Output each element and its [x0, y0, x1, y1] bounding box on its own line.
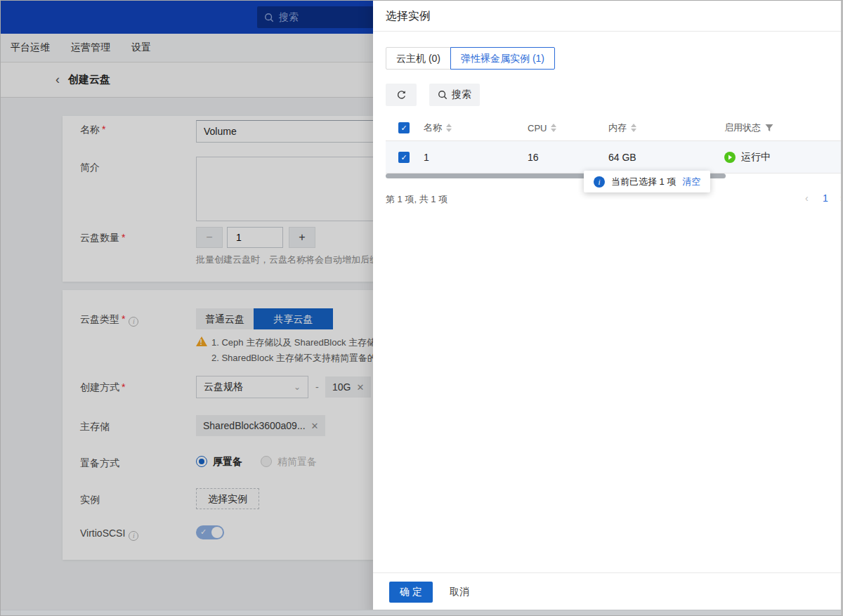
row-checkbox[interactable]: ✓	[398, 152, 410, 163]
instances-table: ✓ 名称 CPU 内存 启用状态	[386, 115, 843, 173]
refresh-button[interactable]	[386, 84, 417, 106]
filter-funnel-icon[interactable]	[765, 124, 773, 132]
pagination-summary: 第 1 项, 共 1 项	[386, 193, 447, 206]
select-all-checkbox[interactable]: ✓	[398, 122, 410, 133]
column-header-name[interactable]: 名称	[419, 122, 525, 134]
sort-icon[interactable]	[631, 124, 636, 132]
instance-type-tabs: 云主机 (0) 弹性裸金属实例 (1)	[386, 47, 555, 70]
confirm-button[interactable]: 确 定	[389, 582, 433, 603]
clear-selection-link[interactable]: 清空	[682, 176, 700, 188]
info-icon: i	[594, 176, 605, 188]
cancel-button[interactable]: 取消	[450, 586, 469, 598]
sort-icon[interactable]	[551, 124, 556, 132]
pagination-prev-icon[interactable]: ‹	[805, 192, 809, 204]
drawer-header: 选择实例	[373, 1, 843, 32]
table-header-row: ✓ 名称 CPU 内存 启用状态	[386, 115, 843, 141]
column-header-memory[interactable]: 内存	[606, 122, 721, 134]
cell-state: 运行中	[721, 151, 843, 164]
status-badge: 运行中	[741, 151, 771, 164]
pagination-next-icon[interactable]: ›	[840, 192, 843, 204]
selection-tooltip: i 当前已选择 1 项 清空	[584, 171, 710, 192]
cell-cpu: 16	[525, 152, 606, 163]
select-instance-drawer: 选择实例 云主机 (0) 弹性裸金属实例 (1) 搜索 ✓ 名称	[373, 1, 843, 616]
app-window: 搜索 平台运维 运营管理 设置 ‹ 创建云盘 名称* 简介 云盘数量* − + …	[0, 0, 843, 616]
pagination-page-1[interactable]: 1	[823, 192, 828, 204]
running-status-icon	[724, 152, 736, 163]
window-bottom-scrollbar[interactable]	[1, 610, 843, 615]
search-button-label: 搜索	[452, 89, 471, 101]
refresh-icon	[396, 90, 407, 100]
table-search-button[interactable]: 搜索	[429, 84, 480, 106]
cell-memory: 64 GB	[606, 152, 721, 163]
tab-vm-instances[interactable]: 云主机 (0)	[386, 47, 451, 70]
table-row[interactable]: ✓ 1 16 64 GB 运行中	[386, 141, 843, 173]
selection-count-text: 当前已选择 1 项	[611, 176, 676, 188]
column-header-state[interactable]: 启用状态	[721, 122, 843, 134]
cell-name: 1	[419, 152, 525, 163]
tab-baremetal-instances[interactable]: 弹性裸金属实例 (1)	[450, 47, 555, 70]
drawer-footer: 确 定 取消	[373, 572, 843, 611]
column-header-cpu[interactable]: CPU	[525, 123, 606, 133]
sort-icon[interactable]	[446, 124, 452, 132]
drawer-title: 选择实例	[386, 10, 431, 22]
search-icon	[438, 90, 447, 100]
